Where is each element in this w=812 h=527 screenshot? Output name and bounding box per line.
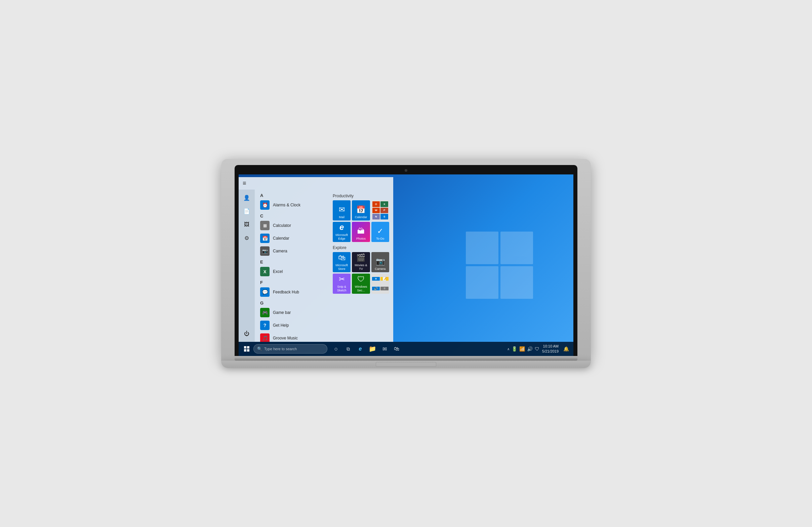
store-tile-icon: 🛍 bbox=[338, 253, 346, 262]
win-pane-tr bbox=[247, 346, 249, 349]
win-logo-pane-bl bbox=[466, 266, 498, 299]
laptop-base bbox=[221, 361, 591, 368]
taskview-taskbar-icon[interactable]: ⧉ bbox=[344, 344, 353, 354]
productivity-section-title: Productivity bbox=[333, 194, 389, 198]
start-button[interactable] bbox=[241, 343, 252, 354]
tile-camera-explore[interactable]: 📷 Camera bbox=[372, 252, 389, 272]
tile-store[interactable]: 🛍 Microsoft Store bbox=[333, 252, 350, 272]
clock-date: 5/21/2019 bbox=[542, 349, 559, 354]
tile-calendar[interactable]: 📅 Calendar bbox=[352, 200, 370, 220]
winsec-tile-icon: 🛡 bbox=[357, 275, 365, 284]
app-item-calculator[interactable]: ▦ Calculator bbox=[255, 219, 329, 232]
sidebar-settings-icon[interactable]: ⚙ bbox=[241, 233, 252, 243]
taskbar-search[interactable]: 🔍 Type here to search bbox=[253, 344, 327, 354]
search-placeholder: Type here to search bbox=[264, 347, 297, 351]
snip-tile-icon: ✂ bbox=[339, 275, 345, 284]
screen-bezel: ≡ 👤 📄 🖼 ⚙ ⏻ A bbox=[235, 165, 577, 356]
gamebar-icon: 🎮 bbox=[260, 308, 270, 317]
app-item-groove[interactable]: 🎵 Groove Music bbox=[255, 332, 329, 342]
tiles-area: Productivity ✉ Mail 📅 Calen bbox=[329, 190, 393, 342]
section-letter-c: C bbox=[255, 211, 329, 219]
tile-movies[interactable]: 🎬 Movies & TV bbox=[352, 252, 370, 272]
edge-tile-icon: e bbox=[339, 222, 344, 232]
gamebar-label: Game bar bbox=[273, 310, 291, 315]
feedback-label: Feedback Hub bbox=[273, 290, 299, 294]
section-letter-a: A bbox=[255, 191, 329, 199]
win-pane-tl bbox=[244, 346, 246, 349]
taskbar: 🔍 Type here to search ○ ⧉ e 📁 ✉ 🛍 ∧ bbox=[238, 342, 574, 356]
tile-office[interactable]: O X W P N S bbox=[372, 200, 389, 220]
wifi-icon[interactable]: 📶 bbox=[519, 346, 525, 352]
app-list: A ⏰ Alarms & Clock C ▦ Calculator bbox=[255, 190, 329, 342]
start-sidebar: 👤 📄 🖼 ⚙ ⏻ bbox=[238, 190, 255, 342]
calendar-tile-icon: 📅 bbox=[356, 205, 365, 214]
explorer-taskbar-icon[interactable]: 📁 bbox=[368, 344, 377, 354]
excel-icon: X bbox=[260, 267, 270, 276]
app-item-feedback[interactable]: 💬 Feedback Hub bbox=[255, 286, 329, 298]
start-menu: ≡ 👤 📄 🖼 ⚙ ⏻ A bbox=[238, 177, 393, 342]
sidebar-document-icon[interactable]: 📄 bbox=[241, 206, 252, 217]
app-item-excel[interactable]: X Excel bbox=[255, 265, 329, 278]
camera-icon: 📷 bbox=[260, 246, 270, 256]
groove-label: Groove Music bbox=[273, 336, 298, 340]
snip-tile-label: Snip & Sketch bbox=[334, 285, 349, 292]
win-logo-pane-tl bbox=[466, 232, 498, 264]
explore-section-title: Explore bbox=[333, 245, 389, 250]
camera-tile-label: Camera bbox=[375, 267, 386, 271]
tile-mail[interactable]: ✉ Mail bbox=[333, 200, 350, 220]
photos-tile-icon: 🏔 bbox=[357, 227, 365, 236]
chevron-up-icon[interactable]: ∧ bbox=[507, 347, 509, 351]
excel-label: Excel bbox=[273, 269, 282, 274]
todo-tile-label: To-Do bbox=[376, 237, 384, 240]
todo-tile-icon: ✓ bbox=[377, 227, 383, 236]
start-menu-body: 👤 📄 🖼 ⚙ ⏻ A ⏰ Alarms & Clock bbox=[238, 190, 393, 342]
calculator-icon: ▦ bbox=[260, 221, 270, 230]
app-item-alarms[interactable]: ⏰ Alarms & Clock bbox=[255, 199, 329, 211]
store-tile-label: Microsoft Store bbox=[334, 263, 349, 271]
app-item-gamebar[interactable]: 🎮 Game bar bbox=[255, 306, 329, 319]
hamburger-button[interactable]: ≡ bbox=[243, 180, 246, 187]
screen: ≡ 👤 📄 🖼 ⚙ ⏻ A bbox=[238, 174, 574, 356]
windows-desktop-logo bbox=[466, 232, 533, 299]
tile-small-group[interactable]: ☀ 📝 🔊 = bbox=[372, 274, 389, 294]
battery-icon[interactable]: 🔋 bbox=[511, 346, 517, 352]
store-taskbar-icon[interactable]: 🛍 bbox=[392, 344, 401, 354]
taskbar-pinned-icons: ○ ⧉ e 📁 ✉ 🛍 bbox=[331, 344, 401, 354]
notification-button[interactable]: 🔔 bbox=[561, 344, 571, 354]
app-item-calendar[interactable]: 📅 Calendar bbox=[255, 232, 329, 245]
tile-winsec[interactable]: 🛡 Windows Sec... bbox=[352, 274, 370, 294]
volume-icon[interactable]: 🔊 bbox=[527, 346, 533, 352]
calculator-label: Calculator bbox=[273, 223, 291, 228]
app-item-camera[interactable]: 📷 Camera bbox=[255, 245, 329, 258]
app-item-gethelp[interactable]: ? Get Help bbox=[255, 319, 329, 332]
cortana-taskbar-icon[interactable]: ○ bbox=[331, 344, 341, 354]
mail-tile-label: Mail bbox=[339, 216, 345, 219]
laptop: ≡ 👤 📄 🖼 ⚙ ⏻ A bbox=[221, 159, 591, 368]
section-letter-f: F bbox=[255, 278, 329, 286]
tile-edge[interactable]: e Microsoft Edge bbox=[333, 222, 350, 242]
tile-snip[interactable]: ✂ Snip & Sketch bbox=[333, 274, 350, 294]
trackpad[interactable] bbox=[376, 362, 436, 367]
sidebar-user-icon[interactable]: 👤 bbox=[241, 192, 252, 203]
alarms-label: Alarms & Clock bbox=[273, 203, 301, 207]
win-logo-pane-tr bbox=[501, 232, 533, 264]
security-icon[interactable]: 🛡 bbox=[535, 346, 539, 352]
sidebar-power-icon[interactable]: ⏻ bbox=[241, 328, 252, 339]
taskbar-right: ∧ 🔋 📶 🔊 🛡 10:10 AM 5/21/2019 🔔 bbox=[507, 344, 571, 354]
alarms-icon: ⏰ bbox=[260, 200, 270, 210]
camera-label: Camera bbox=[273, 249, 287, 253]
tile-todo[interactable]: ✓ To-Do bbox=[372, 222, 389, 242]
system-clock[interactable]: 10:10 AM 5/21/2019 bbox=[542, 344, 559, 354]
tile-photos[interactable]: 🏔 Photos bbox=[352, 222, 370, 242]
explore-tiles: 🛍 Microsoft Store 🎬 Movies & TV bbox=[333, 252, 389, 294]
camera-tile-icon: 📷 bbox=[376, 257, 385, 266]
mail-taskbar-icon[interactable]: ✉ bbox=[380, 344, 389, 354]
sidebar-photo-icon[interactable]: 🖼 bbox=[241, 219, 252, 230]
calendar-label: Calendar bbox=[273, 236, 289, 240]
feedback-icon: 💬 bbox=[260, 287, 270, 297]
movies-tile-icon: 🎬 bbox=[356, 253, 365, 262]
mail-tile-icon: ✉ bbox=[339, 205, 345, 214]
clock-time: 10:10 AM bbox=[542, 344, 559, 349]
groove-icon: 🎵 bbox=[260, 333, 270, 342]
edge-taskbar-icon[interactable]: e bbox=[356, 344, 365, 354]
